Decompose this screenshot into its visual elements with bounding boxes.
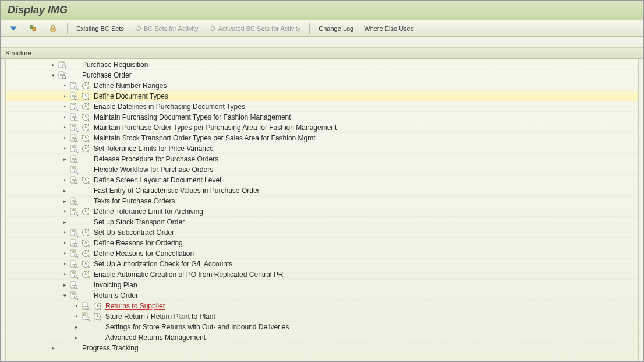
activity-icon[interactable] <box>81 103 90 111</box>
expand-icon[interactable]: ▸ <box>73 324 80 330</box>
tree-row[interactable]: •Define Reasons for Ordering <box>6 238 638 248</box>
tree-row[interactable]: •Set Up Authorization Check for G/L Acco… <box>6 259 638 269</box>
expand-icon[interactable]: ▸ <box>61 219 68 225</box>
tree-label[interactable]: Advanced Returns Management <box>105 333 206 342</box>
tree-row[interactable]: •Define Number Ranges <box>6 80 638 91</box>
activity-icon[interactable] <box>69 71 79 79</box>
expand-icon[interactable]: ▸ <box>61 198 68 204</box>
tree-label[interactable]: Set Up Authorization Check for G/L Accou… <box>94 260 232 268</box>
activity-icon[interactable] <box>81 208 90 216</box>
tree-row[interactable]: •Maintain Purchase Order Types per Purch… <box>6 122 638 133</box>
lock-button[interactable] <box>45 23 62 34</box>
tree-row[interactable]: ▸Settings for Store Returns with Out- an… <box>6 322 638 332</box>
tree-label[interactable]: Settings for Store Returns with Out- and… <box>105 323 289 331</box>
activity-icon[interactable] <box>81 218 90 226</box>
activity-icon[interactable] <box>81 239 90 247</box>
tree-label[interactable]: Set Up Subcontract Order <box>94 229 174 237</box>
activity-icon[interactable] <box>81 176 90 184</box>
tree-row[interactable]: •Store Return / Return Plant to Plant <box>6 311 638 322</box>
tree-label[interactable]: Define Reasons for Cancellation <box>94 249 194 258</box>
expand-icon[interactable]: ▸ <box>73 335 80 340</box>
document-icon[interactable] <box>69 176 79 184</box>
document-icon[interactable] <box>69 260 79 268</box>
tree-label[interactable]: Set Tolerance Limits for Price Variance <box>94 145 214 153</box>
document-icon[interactable] <box>69 166 79 174</box>
document-icon[interactable] <box>69 82 79 90</box>
document-icon[interactable] <box>69 270 79 279</box>
activity-icon[interactable] <box>81 134 90 142</box>
tree-row[interactable]: ▸Texts for Purchase Orders <box>6 196 638 206</box>
tree-row[interactable]: •Maintain Stock Transport Order Types pe… <box>6 133 638 143</box>
activated-bc-sets-button[interactable]: Activated BC Sets for Activity <box>204 23 305 34</box>
activity-icon[interactable] <box>81 260 90 268</box>
activity-icon[interactable] <box>69 61 79 69</box>
activity-icon[interactable] <box>81 291 90 300</box>
tree-row[interactable]: •Maintain Purchasing Document Types for … <box>6 112 638 122</box>
tree-row[interactable]: ▸Fast Entry of Characteristic Values in … <box>6 185 638 196</box>
document-icon[interactable] <box>69 103 79 111</box>
tree-row[interactable]: •Define Reasons for Cancellation <box>6 248 638 259</box>
document-icon[interactable] <box>69 124 79 132</box>
expand-icon[interactable]: ▸ <box>49 62 56 68</box>
img-tree[interactable]: ▸Purchase Requisition▾Purchase Order•Def… <box>5 59 639 362</box>
tree-row[interactable]: •Define Document Types <box>6 91 638 101</box>
tree-row[interactable]: ▸Purchase Requisition <box>6 59 638 70</box>
document-icon[interactable] <box>69 281 79 289</box>
document-icon[interactable] <box>81 323 90 331</box>
tree-label[interactable]: Maintain Purchase Order Types per Purcha… <box>94 124 337 132</box>
activity-icon[interactable] <box>81 82 90 90</box>
document-icon[interactable] <box>58 61 67 69</box>
activity-icon[interactable] <box>81 197 90 205</box>
tree-row[interactable]: ▾Purchase Order <box>6 70 638 80</box>
tree-row[interactable]: •Define Screen Layout at Document Level <box>6 175 638 185</box>
document-icon[interactable] <box>69 187 79 195</box>
document-icon[interactable] <box>81 312 90 321</box>
activity-icon[interactable] <box>81 92 90 100</box>
activity-icon[interactable] <box>69 344 79 352</box>
collapse-icon[interactable]: ▾ <box>49 72 56 78</box>
tree-label[interactable]: Maintain Stock Transport Order Types per… <box>94 134 316 142</box>
tree-row[interactable]: •Set Tolerance Limits for Price Variance <box>6 143 638 154</box>
tree-row[interactable]: ▸Set up Stock Transport Order <box>6 217 638 227</box>
tree-label[interactable]: Store Return / Return Plant to Plant <box>105 312 215 321</box>
change-log-button[interactable]: Change Log <box>314 23 358 34</box>
tree-label[interactable]: Maintain Purchasing Document Types for F… <box>94 113 291 121</box>
document-icon[interactable] <box>81 333 90 342</box>
tree-label[interactable]: Define Document Types <box>94 92 168 100</box>
document-icon[interactable] <box>69 249 79 258</box>
document-icon[interactable] <box>69 113 79 121</box>
tree-row[interactable]: ▸Advanced Returns Management <box>6 332 638 343</box>
tree-label[interactable]: Set up Stock Transport Order <box>94 218 185 226</box>
tree-row[interactable]: •Returns to Supplier <box>6 301 638 311</box>
activity-icon[interactable] <box>93 302 102 310</box>
tree-label[interactable]: Release Procedure for Purchase Orders <box>94 155 218 163</box>
tree-label[interactable]: Returns Order <box>94 291 138 300</box>
where-else-used-button[interactable]: Where Else Used <box>360 23 418 34</box>
activity-icon[interactable] <box>81 187 90 195</box>
tree-label[interactable]: Fast Entry of Characteristic Values in P… <box>94 187 260 195</box>
activity-icon[interactable] <box>81 281 90 289</box>
tree-label[interactable]: Define Tolerance Limit for Archiving <box>94 208 203 216</box>
tree-row[interactable]: ▸Progress Tracking <box>6 343 638 353</box>
tree-label[interactable]: Enable Datelines in Purchasing Document … <box>94 103 245 111</box>
tree-row[interactable]: •Enable Datelines in Purchasing Document… <box>6 101 638 112</box>
tree-label[interactable]: Purchase Requisition <box>82 61 148 69</box>
activity-icon[interactable] <box>93 312 102 321</box>
expand-all-button[interactable] <box>5 23 23 34</box>
tree-label[interactable]: Flexible Workflow for Purchase Orders <box>94 166 213 174</box>
activity-icon[interactable] <box>81 113 90 121</box>
activity-icon[interactable] <box>81 270 90 279</box>
document-icon[interactable] <box>69 197 79 205</box>
document-icon[interactable] <box>69 155 79 163</box>
document-icon[interactable] <box>69 92 79 100</box>
tree-row[interactable]: ▸Invoicing Plan <box>6 280 638 290</box>
document-icon[interactable] <box>69 291 79 300</box>
document-icon[interactable] <box>69 239 79 247</box>
activity-icon[interactable] <box>81 166 90 174</box>
collapse-icon[interactable]: ▾ <box>61 293 68 298</box>
activity-icon[interactable] <box>81 155 90 163</box>
expand-icon[interactable]: ▸ <box>61 156 68 162</box>
tree-label[interactable]: Define Reasons for Ordering <box>94 239 183 247</box>
tree-label[interactable]: Enable Automatic Creation of PO from Rep… <box>94 270 284 279</box>
tree-label[interactable]: Progress Tracking <box>82 344 139 352</box>
